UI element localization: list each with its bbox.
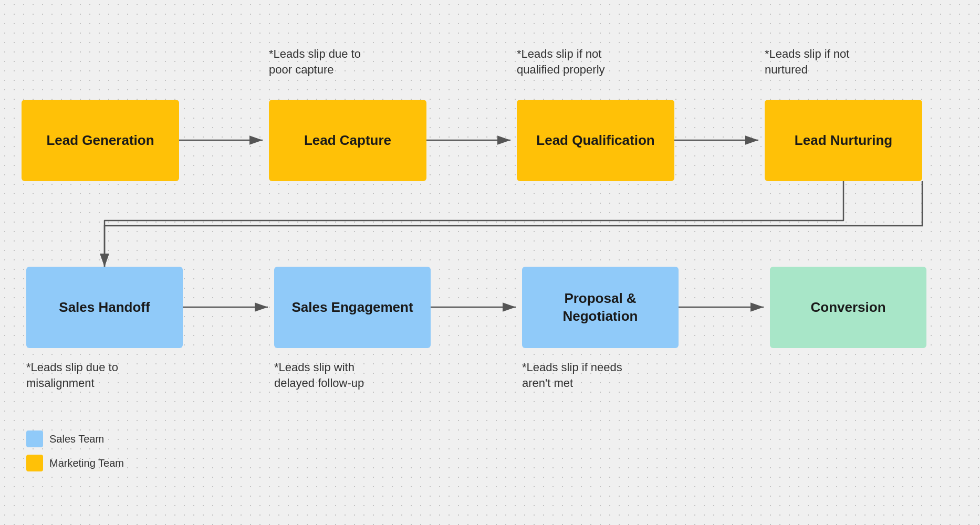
marketing-team-swatch: [26, 455, 43, 471]
sales-engagement-box: Sales Engagement: [274, 267, 431, 348]
sales-team-label: Sales Team: [49, 433, 104, 445]
note-lead-capture: *Leads slip due topoor capture: [269, 46, 361, 77]
bend-connector-svg: [0, 0, 980, 525]
diagram-container: Lead Generation Lead Capture Lead Qualif…: [0, 0, 980, 525]
note-lead-nurturing: *Leads slip if notnurtured: [765, 46, 849, 77]
note-sales-handoff: *Leads slip due tomisalignment: [26, 360, 118, 391]
legend-item-sales: Sales Team: [26, 430, 124, 447]
lead-qualification-box: Lead Qualification: [517, 100, 674, 181]
note-lead-qualification: *Leads slip if notqualified properly: [517, 46, 605, 77]
note-proposal: *Leads slip if needsaren't met: [522, 360, 622, 391]
conversion-box: Conversion: [770, 267, 926, 348]
legend: Sales Team Marketing Team: [26, 430, 124, 471]
lead-capture-box: Lead Capture: [269, 100, 426, 181]
sales-handoff-box: Sales Handoff: [26, 267, 183, 348]
marketing-team-label: Marketing Team: [49, 457, 124, 469]
note-sales-engagement: *Leads slip withdelayed follow-up: [274, 360, 364, 391]
proposal-negotiation-box: Proposal & Negotiation: [522, 267, 679, 348]
lead-generation-box: Lead Generation: [22, 100, 179, 181]
lead-nurturing-box: Lead Nurturing: [765, 100, 922, 181]
arrows-svg: [0, 0, 980, 525]
sales-team-swatch: [26, 430, 43, 447]
legend-item-marketing: Marketing Team: [26, 455, 124, 471]
